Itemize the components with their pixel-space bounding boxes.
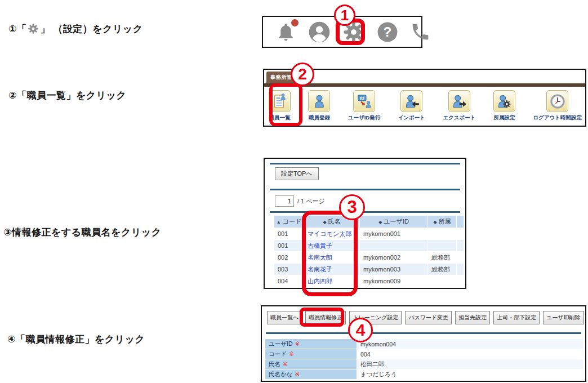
staff-detail-form: ユーザID※ mykomon004 コード※ 004 氏名※ 松田二郎 氏名かな… xyxy=(265,339,583,380)
field-value-user-id: mykomon004 xyxy=(357,339,583,349)
form-row: ユーザID※ mykomon004 xyxy=(265,339,583,349)
gear-icon xyxy=(28,23,39,34)
cell-department xyxy=(428,228,456,239)
field-value-name-kana: まつだじろう xyxy=(357,369,583,379)
notification-dot xyxy=(291,19,299,26)
column-header-spacer xyxy=(457,216,464,228)
column-header-department[interactable]: ◆所属 xyxy=(428,216,456,228)
cell-department xyxy=(428,240,456,251)
cell-user-id: mykomon001 xyxy=(360,228,427,239)
toolbar-item-label: ユーザID発行 xyxy=(348,114,380,122)
toolbar-item-label: インポート xyxy=(398,114,425,122)
cell-code: 001 xyxy=(274,228,304,239)
toolbar-item-department-settings[interactable]: 所属設定 xyxy=(493,90,515,122)
user-id-issue-icon: ID xyxy=(353,90,375,112)
toolbar-divider xyxy=(264,83,585,87)
page-count-label: / 1 ページ xyxy=(297,197,325,206)
bell-icon[interactable] xyxy=(275,21,296,43)
staff-register-icon xyxy=(308,90,330,112)
supervisor-settings-button[interactable]: 上司・部下設定 xyxy=(493,311,540,324)
toolbar-item-export[interactable]: エクスポート xyxy=(443,90,475,122)
client-assignment-button[interactable]: 担当先設定 xyxy=(455,311,490,324)
screenshot-staff-list: 設定TOPへ / 1 ページ ▲コード ◆氏名 ◆ユーザID ◆所属 001 マ… xyxy=(264,158,466,289)
highlight-rect-edit-button xyxy=(300,308,344,327)
cell-user-id: mykomon003 xyxy=(360,264,427,275)
callout-4: 4 xyxy=(348,318,373,342)
settings-top-button[interactable]: 設定TOPへ xyxy=(275,167,319,180)
toolbar-item-import[interactable]: インポート xyxy=(398,90,425,122)
required-mark: ※ xyxy=(289,350,294,357)
highlight-rect-staff-list xyxy=(269,83,302,126)
sort-asc-icon: ▲ xyxy=(277,220,281,225)
user-icon[interactable] xyxy=(308,21,331,43)
step-1-prefix: ①「 xyxy=(8,24,26,34)
toolbar-item-label: 職員登録 xyxy=(309,114,330,122)
divider xyxy=(270,189,460,190)
required-mark: ※ xyxy=(283,360,288,367)
step-3-instruction: ③情報修正をする職員名をクリック xyxy=(3,226,162,239)
divider xyxy=(266,332,581,334)
phone-icon[interactable] xyxy=(410,21,431,42)
column-header-code[interactable]: ▲コード xyxy=(274,216,304,228)
toolbar-item-logout-time-settings[interactable]: ログアウト時間設定 xyxy=(533,90,582,122)
field-label-name-kana: 氏名かな※ xyxy=(265,369,357,379)
cell-user-id xyxy=(360,240,427,251)
field-label-user-id: ユーザID※ xyxy=(265,339,357,349)
export-icon xyxy=(448,90,470,112)
cell-department: 総務部 xyxy=(428,252,456,263)
step-1-suffix: 」 （設定）をクリック xyxy=(40,24,142,34)
help-icon[interactable]: ? xyxy=(377,21,398,43)
step-4-instruction: ④「職員情報修正」をクリック xyxy=(7,333,145,346)
required-mark: ※ xyxy=(295,371,300,377)
form-row: コード※ 004 xyxy=(265,349,583,359)
staff-list-back-button[interactable]: 職員一覧へ xyxy=(267,311,302,324)
field-value-name: 松田二郎 xyxy=(357,359,583,369)
step-1-instruction: ①「」 （設定）をクリック xyxy=(8,23,143,35)
field-label-name: 氏名※ xyxy=(265,359,357,369)
callout-2: 2 xyxy=(291,63,314,86)
cell-code: 002 xyxy=(274,252,304,263)
highlight-rect-name-column xyxy=(302,211,358,296)
cell-department xyxy=(428,275,456,287)
cell-code: 001 xyxy=(274,240,304,251)
svg-text:ID: ID xyxy=(360,95,364,100)
required-mark: ※ xyxy=(295,340,300,347)
cell-code: 003 xyxy=(274,264,304,275)
form-row: 氏名※ 松田二郎 xyxy=(265,359,583,369)
import-icon xyxy=(400,90,422,112)
department-settings-icon xyxy=(493,90,515,112)
divider xyxy=(270,211,460,213)
logout-time-icon xyxy=(546,90,568,112)
toolbar-item-user-id-issue[interactable]: ID ユーザID発行 xyxy=(348,90,380,122)
sort-icon: ◆ xyxy=(433,220,436,225)
field-label-code: コード※ xyxy=(265,349,357,359)
svg-text:?: ? xyxy=(384,24,392,39)
toolbar-items: 職員一覧 職員登録 ID ユーザID発行 インポート xyxy=(269,90,582,122)
column-header-user-id[interactable]: ◆ユーザID xyxy=(360,216,427,228)
toolbar-item-staff-register[interactable]: 職員登録 xyxy=(308,90,330,122)
sort-icon: ◆ xyxy=(378,220,382,225)
password-change-button[interactable]: パスワード変更 xyxy=(405,311,452,324)
divider xyxy=(270,163,460,164)
user-id-delete-button[interactable]: ユーザID削除 xyxy=(543,311,583,324)
tutorial-page: ①「」 （設定）をクリック ②「職員一覧」をクリック ③情報修正をする職員名をク… xyxy=(0,0,588,383)
cell-user-id: mykomon009 xyxy=(360,275,427,287)
callout-1: 1 xyxy=(334,5,355,26)
toolbar-item-label: ログアウト時間設定 xyxy=(533,114,582,122)
form-row: 氏名かな※ まつだじろう xyxy=(265,369,583,379)
cell-user-id: mykomon002 xyxy=(360,252,427,263)
toolbar-item-label: エクスポート xyxy=(443,114,475,122)
callout-3: 3 xyxy=(339,194,365,220)
cell-department: 総務部 xyxy=(428,264,456,275)
step-2-instruction: ②「職員一覧」をクリック xyxy=(8,89,126,102)
pagination: / 1 ページ xyxy=(275,195,325,207)
toolbar-item-label: 所属設定 xyxy=(493,114,515,122)
cell-code: 004 xyxy=(274,275,304,287)
field-value-code: 004 xyxy=(357,349,583,359)
page-number-input[interactable] xyxy=(275,195,294,207)
